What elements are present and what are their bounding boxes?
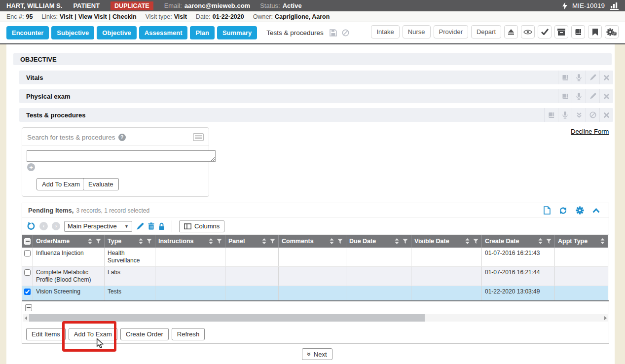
- tests-dictate-button[interactable]: [558, 108, 572, 122]
- collapse-group-button[interactable]: [25, 304, 32, 311]
- bar-chart-icon[interactable]: [610, 2, 619, 10]
- perspective-select[interactable]: Main Perspective ▼: [64, 221, 132, 232]
- vitals-panel-header[interactable]: Vitals: [19, 71, 613, 84]
- column-header-comments[interactable]: Comments: [279, 235, 346, 248]
- columns-button[interactable]: Columns: [179, 220, 224, 232]
- create-order-button[interactable]: Create Order: [120, 328, 169, 340]
- decline-form-link[interactable]: Decline Form: [571, 128, 609, 135]
- eject-button[interactable]: [504, 25, 518, 38]
- select-all-checkbox[interactable]: [22, 235, 33, 248]
- close-icon: [604, 94, 609, 99]
- link-visit[interactable]: Visit: [60, 13, 73, 20]
- perspective-value: Main Perspective: [68, 222, 117, 230]
- microphone-icon: [576, 93, 582, 100]
- vitals-dictate-button[interactable]: [572, 71, 586, 84]
- settings-button[interactable]: [605, 25, 619, 38]
- chevron-up-icon[interactable]: [592, 208, 600, 213]
- next-button[interactable]: » Next: [302, 348, 332, 360]
- tests-disable-button[interactable]: [586, 108, 599, 122]
- book-button[interactable]: [571, 25, 585, 38]
- stage-provider-button[interactable]: Provider: [434, 25, 468, 38]
- evaluate-button[interactable]: Evaluate: [83, 178, 119, 190]
- bookmark-button[interactable]: [588, 25, 602, 38]
- patient-name[interactable]: HART, WILLIAM S.: [6, 2, 62, 9]
- column-header-appt-type[interactable]: Appt Type: [555, 235, 608, 248]
- pending-items-toolbar: ‹ › Main Perspective ▼ Columns: [22, 218, 609, 235]
- physical-exam-panel-header[interactable]: Physical exam: [19, 89, 613, 103]
- objective-section-header[interactable]: OBJECTIVE: [13, 53, 612, 65]
- tab-plan[interactable]: Plan: [190, 26, 214, 39]
- cell-visible-date: [411, 248, 482, 266]
- column-header-ordername[interactable]: OrderName: [33, 235, 105, 248]
- refresh-icon[interactable]: [559, 207, 567, 215]
- row-checkbox[interactable]: [24, 250, 31, 256]
- physical-exam-dictate-button[interactable]: [572, 89, 586, 103]
- column-header-panel[interactable]: Panel: [225, 235, 279, 248]
- check-button[interactable]: [538, 25, 551, 38]
- save-icon[interactable]: [330, 29, 337, 36]
- physical-exam-edit-button[interactable]: [586, 89, 599, 103]
- trash-icon[interactable]: [148, 222, 154, 230]
- edit-items-button[interactable]: Edit Items: [26, 328, 66, 340]
- archive-button[interactable]: [554, 25, 568, 38]
- add-to-exam-button[interactable]: Add To Exam: [69, 328, 117, 340]
- owner-value: Capriglione, Aaron: [275, 13, 330, 20]
- link-view-visit[interactable]: View Visit: [78, 13, 107, 20]
- tests-search-input[interactable]: [27, 150, 216, 162]
- stage-nurse-button[interactable]: Nurse: [403, 25, 431, 38]
- lock-icon[interactable]: [158, 222, 165, 230]
- cell-due-date: [346, 286, 411, 300]
- physical-exam-close-button[interactable]: [599, 89, 613, 103]
- scroll-left-icon[interactable]: [23, 314, 29, 322]
- table-row[interactable]: Complete Metabolic Profile (Blood Chem) …: [22, 267, 608, 286]
- bookmark-icon: [592, 29, 598, 36]
- table-row[interactable]: Influenza Injection Health Surveillance …: [22, 248, 608, 267]
- cell-panel: [225, 286, 279, 300]
- tab-objective[interactable]: Objective: [97, 26, 137, 39]
- cancel-icon[interactable]: [342, 29, 349, 36]
- horizontal-scrollbar[interactable]: [23, 314, 608, 322]
- link-separator: |: [74, 13, 76, 20]
- eye-button[interactable]: [521, 25, 535, 38]
- tests-close-button[interactable]: [599, 108, 613, 122]
- vitals-book-button[interactable]: [558, 71, 572, 84]
- edit-perspective-icon[interactable]: [136, 222, 144, 230]
- scroll-right-icon[interactable]: [602, 314, 608, 322]
- new-document-icon[interactable]: [544, 206, 551, 215]
- add-icon[interactable]: +: [27, 163, 35, 171]
- tab-subjective[interactable]: Subjective: [51, 26, 94, 39]
- link-checkin[interactable]: Checkin: [112, 13, 137, 20]
- list-icon[interactable]: [193, 133, 204, 141]
- tests-procedures-panel-header[interactable]: Tests & procedures: [19, 108, 613, 122]
- column-header-create-date[interactable]: Create Date: [482, 235, 555, 248]
- column-header-visible-date[interactable]: Visible Date: [411, 235, 482, 248]
- table-row-selected[interactable]: Vision Screening Tests 01-22-2020 13:03:…: [22, 286, 608, 300]
- row-checkbox[interactable]: [24, 269, 31, 276]
- tests-collapse-button[interactable]: [572, 108, 586, 122]
- row-checkbox[interactable]: [24, 289, 31, 295]
- stage-depart-button[interactable]: Depart: [471, 25, 501, 38]
- gear-icon[interactable]: [576, 206, 584, 215]
- vitals-edit-button[interactable]: [586, 71, 599, 84]
- tab-summary[interactable]: Summary: [217, 26, 257, 39]
- undo-icon[interactable]: [27, 222, 36, 230]
- sort-icon: [395, 238, 399, 244]
- prev-icon[interactable]: ‹: [39, 222, 48, 230]
- refresh-button[interactable]: Refresh: [172, 328, 205, 340]
- column-header-type[interactable]: Type: [105, 235, 155, 248]
- next-icon[interactable]: ›: [52, 222, 60, 230]
- objective-section-title: OBJECTIVE: [13, 56, 612, 63]
- duplicate-badge[interactable]: DUPLICATE: [110, 1, 153, 10]
- tab-encounter[interactable]: Encounter: [6, 26, 49, 39]
- physical-exam-book-button[interactable]: [558, 89, 572, 103]
- column-header-due-date[interactable]: Due Date: [346, 235, 411, 248]
- stage-intake-button[interactable]: Intake: [371, 25, 399, 38]
- tests-book-button[interactable]: [544, 108, 558, 122]
- lightning-icon[interactable]: [562, 2, 567, 10]
- tab-assessment[interactable]: Assessment: [139, 26, 188, 39]
- column-header-instructions[interactable]: Instructions: [155, 235, 225, 248]
- help-icon[interactable]: ?: [118, 134, 126, 141]
- scrollbar-thumb[interactable]: [29, 314, 425, 322]
- search-add-to-exam-button[interactable]: Add To Exam: [37, 178, 85, 190]
- vitals-close-button[interactable]: [599, 71, 613, 84]
